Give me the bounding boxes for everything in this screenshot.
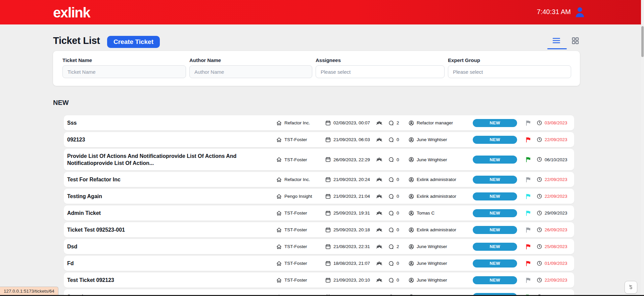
ticket-row[interactable]: Test For Refactor Inc Refactor Inc. 21/0… <box>64 172 574 187</box>
created-datetime: 21/09/2023, 20:24 <box>333 177 370 182</box>
comments-icon <box>388 193 394 199</box>
scrollbar-thumb[interactable] <box>641 26 644 57</box>
ticket-name-input[interactable] <box>62 65 186 78</box>
create-ticket-button[interactable]: Create Ticket <box>107 36 160 48</box>
created-datetime: 02/08/2023, 00:07 <box>333 120 370 125</box>
ticket-row[interactable]: 092123 TST-Foster 21/09/2023, 06:03 <box>64 132 574 147</box>
author-name: June Wrightser <box>417 261 447 266</box>
expert-group-select[interactable] <box>448 65 571 78</box>
due-clock-icon <box>537 177 543 183</box>
author-icon <box>408 277 414 283</box>
created-datetime: 25/09/2023, 19:31 <box>333 211 370 216</box>
app-header: exlink 7:40:31 AM <box>0 0 644 24</box>
priority-flag-icon <box>525 193 532 199</box>
app-logo: exlink <box>53 5 90 21</box>
due-clock-icon <box>537 260 543 267</box>
expert-group-label: Expert Group <box>448 57 571 63</box>
status-badge: NEW <box>473 226 517 234</box>
priority-flag-icon <box>525 277 532 283</box>
browser-status-url: 127.0.0.1:5173/tickets/64 <box>0 287 58 295</box>
ticket-title: Dsd <box>67 239 269 254</box>
priority-flag-icon <box>525 243 532 250</box>
ticket-title: Provide List Of Actions And Notificatiop… <box>67 149 269 170</box>
created-datetime: 25/09/2023, 20:18 <box>333 227 370 232</box>
comments-count: 0 <box>397 177 399 182</box>
created-datetime: 21/09/2023, 20:10 <box>333 278 370 283</box>
comments-icon <box>388 137 394 143</box>
created-datetime: 21/09/2023, 06:03 <box>333 137 370 142</box>
assignees-select[interactable] <box>316 65 445 78</box>
ticket-row[interactable]: Dsd TST-Foster 21/08/2023, 22:31 <box>64 239 574 254</box>
author-icon <box>408 244 414 250</box>
ticket-row[interactable]: Testing Again Pengo Insight 21/09/2023, … <box>64 189 574 204</box>
company-icon <box>276 120 282 126</box>
ticket-title: Sss <box>67 116 269 130</box>
company-name: Pengo Insight <box>284 194 312 199</box>
calendar-icon <box>325 120 331 126</box>
priority-flag-icon <box>525 136 532 143</box>
company-name: TST-Foster <box>284 261 307 266</box>
devtools-widget-button[interactable] <box>625 281 637 294</box>
author-icon <box>408 260 414 267</box>
status-badge: NEW <box>473 176 517 184</box>
company-icon <box>276 137 282 143</box>
priority-flag-icon <box>525 176 532 183</box>
assignees-group-icon <box>376 120 382 126</box>
active-view-underline <box>547 48 567 49</box>
section-heading-new: NEW <box>53 99 69 107</box>
ticket-row[interactable]: Test Ticket 092123 TST-Foster 21/09/2023… <box>64 273 574 288</box>
ticket-row[interactable]: Fd TST-Foster 18/08/2023, 21:07 <box>64 256 574 271</box>
assignees-group-icon <box>376 210 382 216</box>
ticket-title: Fd <box>67 256 269 271</box>
comments-count: 2 <box>397 244 399 249</box>
assignees-group-icon <box>376 137 382 143</box>
company-icon <box>276 157 282 163</box>
ticket-row[interactable]: Admin Ticket TST-Foster 25/09/2023, 19:3… <box>64 205 574 221</box>
company-icon <box>276 210 282 216</box>
assignees-group-icon <box>376 193 382 199</box>
created-datetime: 21/09/2023, 21:04 <box>333 194 370 199</box>
calendar-icon <box>325 244 331 250</box>
status-badge: NEW <box>473 259 517 268</box>
user-avatar-icon[interactable] <box>573 6 586 19</box>
ticket-row[interactable]: Sss Refactor Inc. 02/08/2023, 00:07 <box>64 115 574 130</box>
company-icon <box>276 260 282 267</box>
author-name: June Wrightser <box>417 157 447 162</box>
due-clock-icon <box>537 277 543 283</box>
priority-flag-icon <box>525 120 532 126</box>
calendar-icon <box>325 260 331 267</box>
comments-count: 0 <box>397 194 399 199</box>
grid-view-toggle-icon[interactable] <box>571 37 580 45</box>
author-name-input[interactable] <box>189 65 312 78</box>
ticket-title: 092123 <box>67 132 269 147</box>
company-icon <box>276 193 282 199</box>
author-icon <box>408 157 414 163</box>
comments-count: 0 <box>397 157 399 162</box>
ticket-row[interactable]: Ticket Test 092523-001 TST-Foster 25/09/… <box>64 222 574 237</box>
due-clock-icon <box>537 157 543 163</box>
calendar-icon <box>325 157 331 163</box>
priority-flag-icon <box>525 157 532 163</box>
author-name: June Wrightser <box>417 278 447 283</box>
company-name: TST-Foster <box>284 244 307 249</box>
author-icon <box>408 120 414 126</box>
assignees-group-icon <box>376 177 382 183</box>
ticket-row[interactable]: Provide List Of Actions And Notificatiop… <box>64 149 574 170</box>
author-name: June Wrightser <box>417 137 447 142</box>
scrollbar-track[interactable] <box>641 0 644 296</box>
priority-flag-icon <box>525 227 532 233</box>
calendar-icon <box>325 227 331 233</box>
ticket-title: Test Ticket 092123 <box>67 273 269 287</box>
company-name: Refactor Inc. <box>284 120 310 125</box>
due-clock-icon <box>537 210 543 216</box>
page-title: Ticket List <box>53 35 100 46</box>
list-view-toggle-icon[interactable] <box>552 36 561 45</box>
assignees-label: Assignees <box>316 57 445 63</box>
comments-icon <box>388 227 394 233</box>
ticket-title: Testing Again <box>67 189 269 203</box>
author-icon <box>408 177 414 183</box>
calendar-icon <box>325 277 331 283</box>
calendar-icon <box>325 177 331 183</box>
ticket-title: Test For Refactor Inc <box>67 172 269 187</box>
priority-flag-icon <box>525 210 532 216</box>
